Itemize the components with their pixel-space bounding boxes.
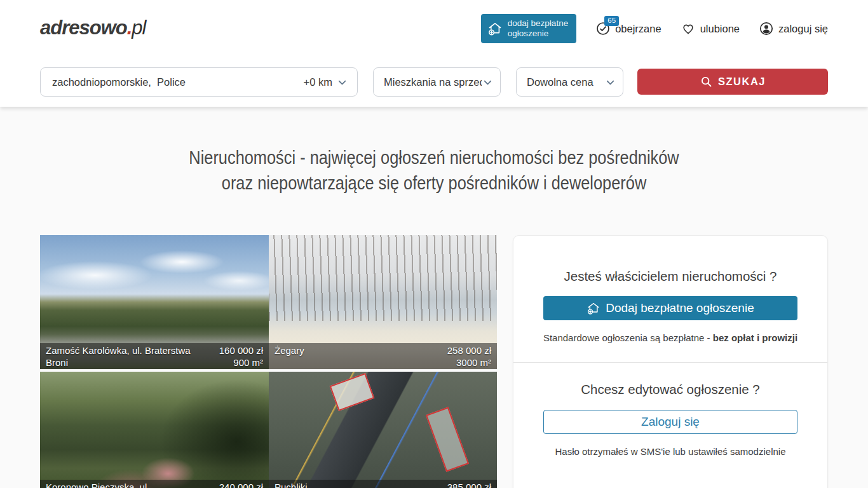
add-listing-label: dodaj bezpłatne ogłoszenie (508, 18, 568, 39)
listing-card[interactable]: Zamość Karolówka, ul. Braterstwa Broni 1… (40, 235, 269, 369)
chevron-down-icon[interactable] (336, 76, 348, 88)
logo-tld: pl (132, 17, 146, 39)
location-field: +0 km (40, 67, 358, 97)
house-plus-icon (587, 301, 600, 315)
site-logo[interactable]: adresowo.pl (40, 17, 146, 39)
listing-photo (269, 372, 497, 488)
viewed-label: obejrzane (615, 23, 661, 35)
favorites-label: ulubione (700, 23, 740, 35)
top-bar: adresowo.pl dodaj bezpłatne ogłoszenie (0, 0, 868, 107)
listing-location: Zamość Karolówka, ul. Braterstwa Broni (46, 344, 193, 367)
owner-note: Standardowe ogłoszenia są bezpłatne - be… (543, 332, 797, 343)
logo-name: adresowo (40, 17, 127, 39)
login-nav-item[interactable]: zaloguj się (759, 21, 828, 36)
listing-card[interactable]: Żegary 258 000 zł 3000 m² (269, 235, 497, 369)
price-value: Dowolna cena (527, 76, 604, 88)
user-circle-icon (759, 21, 774, 36)
viewed-count-badge: 65 (604, 16, 619, 26)
page-title: Nieruchomości - najwięcej ogłoszeń nieru… (61, 145, 808, 196)
listing-card[interactable]: Koronowo Pieczyska, ul. 240 000 zł (40, 372, 269, 488)
favorites-nav-item[interactable]: ulubione (681, 21, 740, 36)
add-free-listing-button[interactable]: Dodaj bezpłatne ogłoszenie (543, 296, 797, 320)
owner-panel: Jesteś właścicielem nieruchomości ? Doda… (513, 235, 828, 488)
panel-divider (513, 362, 827, 363)
listing-caption: Koronowo Pieczyska, ul. 240 000 zł (40, 480, 269, 488)
listing-price: 160 000 zł (219, 344, 263, 356)
listing-location: Koronowo Pieczyska, ul. (46, 481, 149, 488)
edit-note: Hasło otrzymałeś w SMS'ie lub ustawiłeś … (555, 446, 785, 457)
satellite-building-outline (426, 407, 469, 471)
radius-value[interactable]: +0 km (304, 76, 332, 88)
listing-location: Żegary (275, 344, 304, 367)
chevron-down-icon (604, 76, 616, 88)
add-listing-button[interactable]: dodaj bezpłatne ogłoszenie (481, 14, 576, 43)
listing-caption: Żegary 258 000 zł 3000 m² (269, 343, 497, 369)
listing-photo (40, 372, 269, 488)
login-label: zaloguj się (778, 23, 828, 35)
price-select[interactable]: Dowolna cena (516, 67, 623, 97)
listing-caption: Puchliki 385 000 zł (269, 480, 497, 488)
listing-area: 900 m² (219, 356, 263, 369)
category-select[interactable]: Mieszkania na sprzedaż (373, 67, 501, 97)
search-button-label: SZUKAJ (718, 76, 766, 88)
login-button-label: Zaloguj się (641, 415, 700, 429)
listings-grid: Zamość Karolówka, ul. Braterstwa Broni 1… (40, 235, 497, 488)
login-button[interactable]: Zaloguj się (543, 410, 797, 434)
owner-heading: Jesteś właścicielem nieruchomości ? (564, 269, 777, 284)
house-plus-icon (487, 21, 503, 36)
search-button[interactable]: SZUKAJ (637, 69, 828, 95)
listing-price: 258 000 zł (447, 344, 491, 356)
location-input[interactable] (52, 76, 304, 88)
edit-heading: Chcesz edytować ogłoszenie ? (581, 382, 759, 397)
check-circle-icon: 65 (595, 21, 611, 36)
chevron-down-icon (482, 76, 494, 88)
category-value: Mieszkania na sprzedaż (384, 76, 482, 88)
header-nav: dodaj bezpłatne ogłoszenie 65 obejrzane … (481, 14, 828, 43)
listing-price: 385 000 zł (447, 481, 491, 488)
search-bar: +0 km Mieszkania na sprzedaż Dowolna cen… (0, 64, 868, 102)
listing-location: Puchliki (275, 481, 308, 488)
viewed-nav-item[interactable]: 65 obejrzane (595, 21, 661, 36)
heart-icon (681, 21, 696, 36)
add-free-listing-label: Dodaj bezpłatne ogłoszenie (606, 301, 754, 315)
listing-area: 3000 m² (447, 356, 491, 369)
search-icon (700, 75, 713, 88)
listing-caption: Zamość Karolówka, ul. Braterstwa Broni 1… (40, 343, 269, 369)
listing-price: 240 000 zł (219, 481, 263, 488)
listing-card[interactable]: Puchliki 385 000 zł (269, 372, 497, 488)
satellite-building-outline (329, 373, 374, 411)
